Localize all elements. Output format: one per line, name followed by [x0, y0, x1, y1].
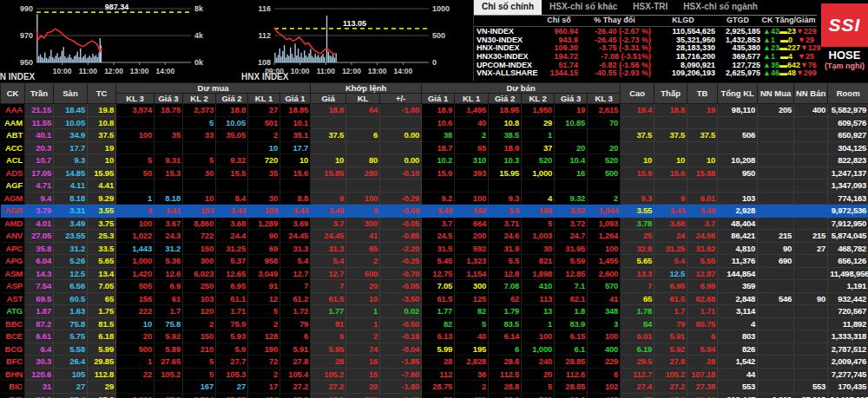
cell-bid-gia2[interactable]: 27.7: [216, 356, 248, 369]
cell-bid-gia3[interactable]: [155, 381, 183, 394]
cell-san[interactable]: 25.4: [54, 393, 88, 398]
cell-room[interactable]: 822,823: [828, 154, 868, 167]
cell-ask-kl1[interactable]: 40: [455, 330, 489, 343]
table-row[interactable]: ACL10.79.31059.3159.327201010800.0010.23…: [1, 154, 868, 167]
cell-tong-kl[interactable]: 10,208: [718, 154, 758, 167]
cell-match-chg[interactable]: -0.85: [380, 230, 422, 243]
cell-bid-kl2[interactable]: 150: [183, 330, 216, 343]
cell-ask-gia2[interactable]: 3.5: [489, 205, 522, 218]
cell-bid-kl3[interactable]: [116, 381, 155, 394]
cell-match-kl[interactable]: 74: [346, 343, 380, 356]
cell-bid-kl1[interactable]: 5: [248, 305, 280, 318]
cell-tb[interactable]: 6: [687, 330, 718, 343]
cell-tc[interactable]: 29.85: [88, 356, 116, 369]
cell-ask-kl2[interactable]: 1,000: [522, 343, 555, 356]
cell-cao[interactable]: 65: [621, 292, 654, 305]
cell-tb[interactable]: [687, 116, 718, 129]
cell-bid-kl1[interactable]: 501: [248, 116, 280, 129]
cell-san[interactable]: 12.5: [54, 267, 88, 280]
cell-san[interactable]: 1.63: [54, 305, 88, 318]
cell-ask-gia1[interactable]: 10.6: [422, 116, 455, 129]
cell-room[interactable]: 1,333,318: [828, 330, 868, 343]
cell-bid-kl2[interactable]: 167: [183, 381, 216, 394]
cell-bid-gia3[interactable]: 25.8: [155, 393, 183, 398]
cell-tong-kl[interactable]: 103: [718, 192, 758, 205]
cell-ask-kl2[interactable]: 113: [522, 292, 555, 305]
cell-bid-gia3[interactable]: 6.9: [155, 280, 183, 293]
cell-tong-kl[interactable]: 950: [718, 166, 758, 179]
cell-ask-kl1[interactable]: 1,154: [455, 267, 489, 280]
cell-nn-ban[interactable]: [794, 267, 828, 280]
cell-match-chg[interactable]: -0.18: [380, 330, 422, 343]
cell-room[interactable]: 7,912,950: [828, 217, 868, 230]
cell-bid-kl2[interactable]: 33: [183, 129, 216, 142]
table-row[interactable]: ACC20.317.7191017.718.76518.9372020304,1…: [1, 141, 868, 154]
cell-ask-kl2[interactable]: 100: [522, 330, 555, 343]
cell-ask-kl3[interactable]: 570: [588, 280, 621, 293]
cell-bid-kl2[interactable]: 210: [183, 343, 216, 356]
cell-ask-kl1[interactable]: 65: [455, 141, 489, 154]
cell-ask-gia1[interactable]: 18.9: [422, 104, 455, 117]
cell-ask-kl2[interactable]: 410: [522, 280, 555, 293]
cell-ask-gia2[interactable]: 10.3: [489, 154, 522, 167]
cell-bid-gia2[interactable]: 9.32: [216, 154, 248, 167]
cell-bid-kl2[interactable]: 5: [183, 368, 216, 381]
cell-ask-gia2[interactable]: 18.95: [489, 104, 522, 117]
cell-ask-gia2[interactable]: 7.08: [489, 280, 522, 293]
cell-cao[interactable]: 112.7: [621, 368, 654, 381]
cell-bid-kl3[interactable]: 100: [116, 129, 155, 142]
cell-tran[interactable]: 6.61: [25, 330, 54, 343]
cell-match-gia[interactable]: 61.5: [311, 292, 346, 305]
cell-nn-mua[interactable]: [758, 154, 794, 167]
cell-room[interactable]: 5,582,979: [828, 104, 868, 117]
cell-bid-kl1[interactable]: 27: [248, 104, 280, 117]
cell-ask-kl3[interactable]: 100: [588, 330, 621, 343]
cell-tc[interactable]: 6.18: [88, 330, 116, 343]
cell-ask-gia2[interactable]: 28.8: [489, 356, 522, 369]
cell-san[interactable]: 26.4: [54, 356, 88, 369]
cell-bid-kl3[interactable]: 1,420: [116, 267, 155, 280]
cell-cao[interactable]: [621, 116, 654, 129]
cell-ask-kl3[interactable]: 500: [588, 166, 621, 179]
cell-thap[interactable]: 18.8: [654, 104, 687, 117]
cell-bid-gia1[interactable]: 10.1: [280, 116, 311, 129]
cell-bid-kl3[interactable]: 9: [116, 205, 155, 218]
cell-ask-gia1[interactable]: 26: [422, 393, 455, 398]
cell-match-kl[interactable]: 41: [346, 230, 380, 243]
cell-bid-kl1[interactable]: 10: [248, 141, 280, 154]
cell-tb[interactable]: 28: [687, 356, 718, 369]
cell-ck[interactable]: AGF: [1, 179, 25, 192]
cell-bid-kl3[interactable]: 20: [116, 330, 155, 343]
cell-bid-gia3[interactable]: 1.7: [155, 305, 183, 318]
cell-cao[interactable]: 3.55: [621, 205, 654, 218]
cell-cao[interactable]: 5.65: [621, 255, 654, 268]
cell-ask-gia1[interactable]: 5.99: [422, 343, 455, 356]
cell-bid-kl3[interactable]: 5: [116, 154, 155, 167]
cell-san[interactable]: 3.31: [54, 205, 88, 218]
cell-ask-gia3[interactable]: 19: [555, 104, 588, 117]
cell-nn-mua[interactable]: [758, 166, 794, 179]
cell-bid-gia1[interactable]: 15.6: [280, 166, 311, 179]
cell-ask-gia3[interactable]: 31.95: [555, 242, 588, 255]
cell-bid-gia3[interactable]: [155, 179, 183, 192]
cell-ask-kl2[interactable]: 20: [522, 368, 555, 381]
cell-ask-kl3[interactable]: 20: [588, 141, 621, 154]
cell-tc[interactable]: 65: [88, 292, 116, 305]
cell-tran[interactable]: 4.71: [25, 179, 54, 192]
cell-cao[interactable]: 6.19: [621, 343, 654, 356]
cell-bid-kl2[interactable]: 10: [183, 192, 216, 205]
cell-bid-gia2[interactable]: 27: [216, 381, 248, 394]
cell-ask-gia2[interactable]: 28.8: [489, 381, 522, 394]
index-row[interactable]: HNX30-INDEX194.72-7.08 (-3.51%)18,716,20…: [474, 52, 817, 61]
cell-bid-gia3[interactable]: 15.3: [155, 166, 183, 179]
cell-bid-gia3[interactable]: 9.31: [155, 154, 183, 167]
cell-ask-gia1[interactable]: 10.2: [422, 154, 455, 167]
cell-ask-gia3[interactable]: 12.85: [555, 267, 588, 280]
cell-bid-kl2[interactable]: 103: [183, 205, 216, 218]
index-tab[interactable]: HSX-chỉ số ngành: [675, 0, 766, 15]
cell-match-gia[interactable]: 28: [311, 356, 346, 369]
cell-tc[interactable]: 5.99: [88, 343, 116, 356]
cell-match-chg[interactable]: -0.25: [380, 255, 422, 268]
cell-ask-gia1[interactable]: 3.7: [422, 217, 455, 230]
cell-ask-gia2[interactable]: 31.9: [489, 242, 522, 255]
